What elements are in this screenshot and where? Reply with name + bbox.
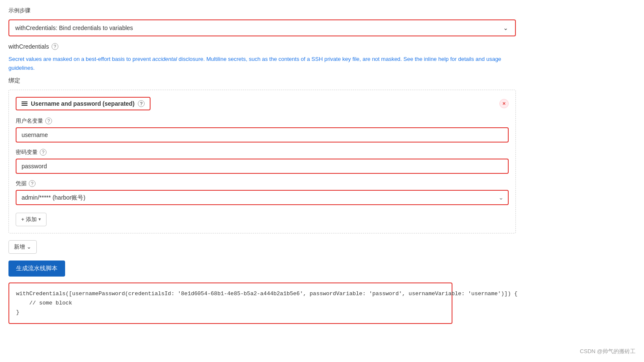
credentials-field-group: 凭据 ? admin/***** (harbor账号) ⌄ bbox=[16, 180, 509, 205]
add-button[interactable]: + 添加 ▾ bbox=[16, 213, 47, 226]
page-title: 示例步骤 bbox=[8, 7, 636, 14]
close-button[interactable]: × bbox=[499, 99, 509, 108]
credentials-select-wrapper: admin/***** (harbor账号) ⌄ bbox=[16, 190, 509, 205]
generate-button[interactable]: 生成流水线脚本 bbox=[8, 261, 65, 277]
card-help-icon[interactable]: ? bbox=[138, 100, 145, 107]
credentials-select[interactable]: admin/***** (harbor账号) bbox=[16, 190, 509, 205]
code-block: withCredentials([usernamePassword(creden… bbox=[8, 282, 452, 324]
new-chevron-icon: ⌄ bbox=[27, 244, 31, 250]
credentials-card: Username and password (separated) ? × 用户… bbox=[8, 90, 516, 233]
credentials-label: 凭据 ? bbox=[16, 180, 509, 187]
new-btn-section: 新增 ⌄ bbox=[8, 240, 636, 254]
hamburger-icon bbox=[22, 101, 27, 106]
credentials-help-icon[interactable]: ? bbox=[29, 180, 36, 187]
dropdown-section: withCredentials: Bind credentials to var… bbox=[8, 19, 636, 36]
chevron-down-icon: ⌄ bbox=[502, 25, 509, 31]
card-header-title: Username and password (separated) ? bbox=[16, 97, 151, 110]
username-label: 用户名变量 ? bbox=[16, 117, 509, 125]
card-header-left: Username and password (separated) ? bbox=[16, 97, 151, 110]
card-header: Username and password (separated) ? × bbox=[16, 97, 509, 110]
section-label: withCredentials ? bbox=[8, 43, 636, 50]
info-text: Secret values are masked on a best-effor… bbox=[8, 55, 516, 73]
username-help-icon[interactable]: ? bbox=[45, 118, 52, 124]
new-button[interactable]: 新增 ⌄ bbox=[8, 240, 37, 254]
step-dropdown[interactable]: withCredentials: Bind credentials to var… bbox=[8, 19, 516, 36]
password-label: 密码变量 ? bbox=[16, 148, 509, 156]
password-field-group: 密码变量 ? bbox=[16, 148, 509, 174]
add-dropdown-icon: ▾ bbox=[38, 217, 41, 222]
password-input[interactable] bbox=[16, 159, 509, 174]
bind-label: 绑定 bbox=[8, 77, 636, 85]
dropdown-label: withCredentials: Bind credentials to var… bbox=[15, 25, 133, 31]
password-help-icon[interactable]: ? bbox=[40, 149, 47, 156]
username-field-group: 用户名变量 ? bbox=[16, 117, 509, 143]
username-input[interactable] bbox=[16, 127, 509, 143]
help-icon[interactable]: ? bbox=[52, 43, 58, 50]
